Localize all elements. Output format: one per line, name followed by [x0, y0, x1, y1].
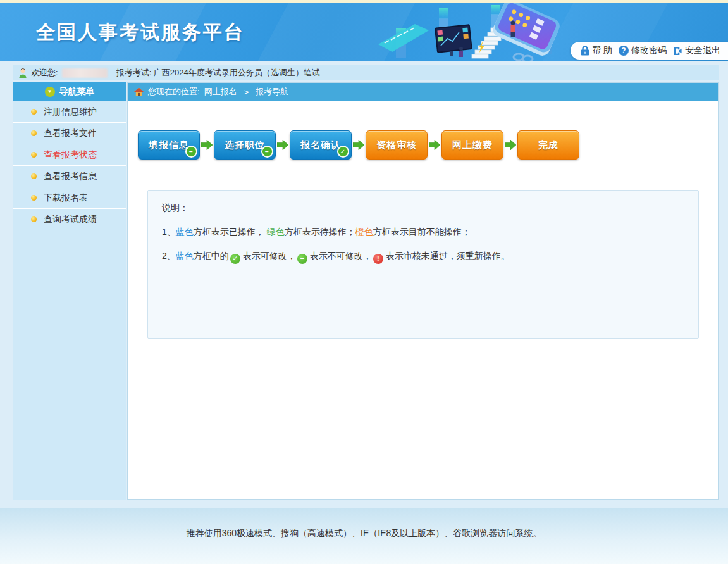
step-label: 填报信息 [149, 139, 189, 151]
sidebar-item-label: 查询考试成绩 [44, 214, 97, 225]
main-panel: 您现在的位置: 网上报名 > 报考导航 填报信息 − 选择职位 − [127, 82, 719, 500]
minus-badge-icon: − [261, 146, 273, 158]
notes-line1-text1: 方框表示已操作， [194, 227, 267, 237]
content-area: ▼ 导航菜单 注册信息维护 查看报考文件 查看报考状态 查看报考信息 下载报名表… [13, 82, 719, 500]
home-icon [134, 87, 144, 96]
sidebar-item-query-scores[interactable]: 查询考试成绩 [13, 209, 126, 230]
bullet-icon [31, 216, 37, 222]
blue-word: 蓝色 [176, 251, 194, 261]
notes-line2-text1: 方框中的 [194, 251, 229, 261]
flow-arrow-icon [201, 140, 213, 150]
sidebar-item-register-info[interactable]: 注册信息维护 [13, 101, 126, 123]
step-label: 选择职位 [225, 139, 265, 151]
step-online-payment: 网上缴费 [441, 130, 503, 160]
sidebar-header: ▼ 导航菜单 [13, 82, 126, 101]
welcome-bar: 欢迎您: 报考考试: 广西2024年度考试录用公务员（选调生）笔试 [13, 65, 719, 80]
page-footer: 推荐使用360极速模式、搜狗（高速模式）、IE（IE8及以上版本）、谷歌浏览器访… [0, 508, 728, 564]
legend-notes-box: 说明： 1、蓝色方框表示已操作， 绿色方框表示待操作；橙色方框表示目前不能操作；… [147, 190, 699, 339]
help-button[interactable]: 帮 助 [581, 45, 612, 56]
step-label: 资格审核 [376, 139, 417, 151]
platform-title: 全国人事考试服务平台 [36, 20, 245, 46]
exclamation-circle-icon: ! [373, 254, 383, 264]
sidebar-item-view-exam-files[interactable]: 查看报考文件 [13, 123, 126, 144]
notes-line1-text2: 方框表示待操作； [285, 227, 355, 237]
check-badge-icon: ✓ [337, 146, 349, 158]
question-icon: ? [619, 46, 629, 56]
sidebar-item-label: 注册信息维护 [44, 106, 97, 118]
flow-arrow-icon [277, 140, 288, 150]
sidebar-item-label: 查看报考文件 [44, 128, 97, 139]
bullet-icon [31, 152, 37, 158]
exam-info-label: 报考考试: 广西2024年度考试录用公务员（选调生）笔试 [116, 67, 320, 78]
step-complete: 完成 [517, 130, 579, 160]
sidebar-nav: ▼ 导航菜单 注册信息维护 查看报考文件 查看报考状态 查看报考信息 下载报名表… [13, 82, 126, 500]
notes-line1-prefix: 1、 [162, 227, 176, 237]
logout-label: 安全退出 [685, 45, 720, 56]
sidebar-item-view-application-status[interactable]: 查看报考状态 [13, 144, 126, 166]
browser-recommendation: 推荐使用360极速模式、搜狗（高速模式）、IE（IE8及以上版本）、谷歌浏览器访… [187, 528, 542, 538]
bullet-icon [31, 109, 37, 115]
minus-circle-icon: − [297, 254, 307, 264]
app-header: 全国人事考试服务平台 [0, 3, 728, 61]
step-label: 报名确认 [300, 139, 341, 151]
breadcrumb-label: 您现在的位置: [148, 86, 200, 97]
logout-button[interactable]: 安全退出 [673, 45, 720, 56]
breadcrumb: 您现在的位置: 网上报名 > 报考导航 [128, 83, 718, 101]
breadcrumb-current: 报考导航 [256, 86, 288, 97]
sidebar-item-view-application-info[interactable]: 查看报考信息 [13, 166, 126, 187]
step-label: 完成 [538, 139, 558, 151]
sidebar-item-label: 查看报考信息 [44, 171, 97, 182]
notes-title: 说明： [162, 201, 692, 214]
notes-line2-prefix: 2、 [162, 251, 176, 261]
registration-steps-flow: 填报信息 − 选择职位 − 报名确认 ✓ [138, 130, 718, 160]
user-name-redacted [62, 68, 108, 78]
flow-arrow-icon [353, 140, 364, 150]
help-label: 帮 助 [592, 45, 612, 56]
notes-line-2: 2、蓝色方框中的✓表示可修改，−表示不可修改，!表示审核未通过，须重新操作。 [162, 249, 692, 264]
sidebar-item-label: 下载报名表 [44, 192, 88, 204]
check-circle-icon: ✓ [230, 254, 240, 264]
breadcrumb-section[interactable]: 网上报名 [204, 86, 237, 97]
flow-arrow-icon [429, 140, 440, 150]
notes-line1-text3: 方框表示目前不能操作； [373, 227, 471, 237]
welcome-label: 欢迎您: [31, 67, 58, 78]
chevron-down-icon: ▼ [45, 87, 55, 97]
step-fill-info[interactable]: 填报信息 − [138, 130, 200, 160]
blue-word: 蓝色 [176, 227, 194, 237]
lock-icon [581, 46, 589, 56]
sidebar-item-download-form[interactable]: 下载报名表 [13, 187, 126, 209]
step-label: 网上缴费 [452, 139, 493, 151]
utility-bar: 帮 助 ? 修改密码 安全退出 [571, 42, 728, 60]
user-avatar-icon [18, 68, 28, 78]
header-illustration [378, 3, 568, 61]
orange-word: 橙色 [355, 227, 373, 237]
bullet-icon [31, 130, 37, 136]
sidebar-title: 导航菜单 [59, 86, 95, 97]
step-select-position[interactable]: 选择职位 − [214, 130, 276, 160]
minus-badge-icon: − [185, 146, 197, 158]
sidebar-item-label: 查看报考状态 [44, 149, 97, 161]
notes-line-1: 1、蓝色方框表示已操作， 绿色方框表示待操作；橙色方框表示目前不能操作； [162, 225, 692, 238]
notes-line2-text2: 表示可修改， [243, 251, 296, 261]
change-password-button[interactable]: ? 修改密码 [619, 45, 667, 56]
flow-arrow-icon [505, 140, 516, 150]
bullet-icon [31, 173, 37, 179]
step-qualification-review: 资格审核 [366, 130, 428, 160]
notes-line2-text3: 表示不可修改， [310, 251, 372, 261]
notes-line2-text4: 表示审核未通过，须重新操作。 [386, 251, 510, 261]
breadcrumb-separator: > [244, 87, 249, 97]
change-password-label: 修改密码 [631, 45, 667, 56]
exit-icon [673, 46, 682, 56]
bullet-icon [31, 195, 37, 201]
main-body: 填报信息 − 选择职位 − 报名确认 ✓ [128, 101, 718, 499]
green-word: 绿色 [267, 227, 285, 237]
step-confirm-registration[interactable]: 报名确认 ✓ [290, 130, 352, 160]
